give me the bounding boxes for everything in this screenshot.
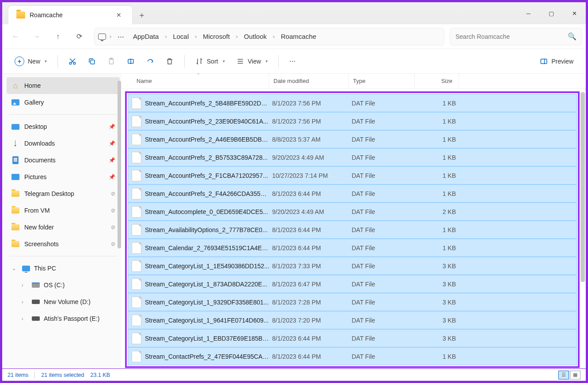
sidebar-item-drive[interactable]: ›Atish's Passport (E:)	[7, 310, 120, 327]
file-size: 1 KB	[415, 154, 456, 161]
more-button[interactable]: ⋯	[285, 53, 300, 70]
separator	[57, 55, 58, 68]
column-date[interactable]: Date modified	[269, 74, 349, 88]
file-row[interactable]: Stream_AccountPrefs_2_F1CBA71202957...10…	[128, 166, 577, 184]
breadcrumb[interactable]: AppData	[129, 31, 162, 42]
sidebar-label: From VM	[24, 207, 50, 214]
sidebar-item-pinned[interactable]: New folder⊘	[7, 219, 120, 236]
cut-button[interactable]	[64, 53, 81, 70]
back-button[interactable]: ←	[6, 28, 25, 45]
sidebar-label: OS (C:)	[44, 282, 64, 289]
close-window-button[interactable]: ✕	[563, 2, 586, 24]
sidebar-item-pinned[interactable]: Pictures📌	[7, 169, 120, 185]
delete-button[interactable]	[161, 53, 178, 70]
file-row[interactable]: Stream_CategoryList_1_1E5490386DD152...8…	[128, 257, 577, 275]
drive-icon	[31, 314, 40, 323]
file-row[interactable]: Stream_ContactPrefs_2_47E9F044E95CA0...8…	[128, 347, 577, 365]
chevron-right-icon: ›	[164, 34, 167, 40]
file-size: 1 KB	[415, 100, 456, 107]
doc-icon	[11, 156, 20, 165]
file-row[interactable]: Stream_AccountPrefs_2_B57533C89A728...9/…	[128, 148, 577, 166]
paste-button[interactable]	[103, 53, 120, 70]
file-row[interactable]: Stream_AccountPrefs_2_A46E9B6EB5DB2...8/…	[128, 130, 577, 148]
breadcrumb[interactable]: Outlook	[240, 31, 270, 42]
view-button[interactable]: View ▾	[232, 53, 272, 70]
file-row[interactable]: Stream_AccountPrefs_2_5B48BFE59D2DD...8/…	[128, 94, 577, 112]
forward-button[interactable]: →	[27, 28, 46, 45]
sidebar-item-pinned[interactable]: ⭣Downloads📌	[7, 135, 120, 152]
up-button[interactable]: ↑	[48, 28, 68, 45]
search-input[interactable]	[455, 33, 568, 40]
sidebar-item-drive[interactable]: ›New Volume (D:)	[7, 293, 120, 310]
column-type[interactable]: Type	[349, 74, 415, 88]
thumbnails-view-button[interactable]: ▦	[570, 371, 580, 379]
sidebar-item-home[interactable]: ⌂ Home	[7, 77, 120, 94]
breadcrumb[interactable]: Microsoft	[199, 31, 233, 42]
new-tab-button[interactable]: ＋	[132, 6, 152, 24]
file-date: 8/8/2023 5:37 AM	[269, 136, 349, 143]
address-bar[interactable]: › ⋯ AppData › Local › Microsoft › Outloo…	[94, 28, 444, 45]
status-selected: 21 items selected	[41, 372, 84, 378]
breadcrumb-overflow[interactable]: ⋯	[114, 31, 128, 42]
column-name[interactable]: Name	[132, 74, 269, 88]
sidebar-item-pinned[interactable]: From VM⊘	[7, 202, 120, 219]
sidebar-item-pinned[interactable]: Screenshots⊘	[7, 236, 120, 252]
pin-icon: ⊘	[111, 191, 115, 197]
sidebar-item-pinned[interactable]: Desktop📌	[7, 118, 120, 135]
rename-button[interactable]	[122, 53, 139, 70]
file-row[interactable]: Stream_Autocomplete_0_0ED659E4DCE5...9/2…	[128, 203, 577, 221]
sidebar-item-pinned[interactable]: Documents📌	[7, 152, 120, 169]
scrollbar-thumb[interactable]	[118, 81, 121, 248]
search-box[interactable]: 🔍	[450, 28, 582, 45]
file-size: 1 KB	[415, 118, 456, 125]
new-button[interactable]: + New ▾	[10, 53, 51, 70]
scrollbar-thumb[interactable]	[580, 92, 585, 282]
copy-button[interactable]	[83, 53, 100, 70]
sort-button[interactable]: Sort ▾	[191, 53, 229, 70]
file-icon	[132, 152, 141, 163]
sidebar-item-drive[interactable]: ›OS (C:)	[7, 277, 120, 293]
file-row[interactable]: Stream_AvailabilityOptions_2_777B78CE0..…	[128, 221, 577, 239]
minimize-button[interactable]: ─	[517, 2, 540, 24]
sidebar-item-gallery[interactable]: Gallery	[7, 94, 120, 111]
file-date: 10/27/2023 7:14 PM	[269, 172, 349, 179]
breadcrumb[interactable]: Local	[169, 31, 192, 42]
breadcrumb[interactable]: Roamcache	[277, 31, 320, 42]
file-type: DAT File	[349, 172, 415, 179]
file-icon	[132, 297, 141, 308]
file-name: Stream_CategoryList_1_9641FE0714D609...	[145, 317, 269, 324]
sidebar-scrollbar[interactable]	[117, 77, 121, 342]
sidebar-item-thispc[interactable]: ⌄ This PC	[7, 260, 120, 277]
window-controls: ─ ▢ ✕	[517, 2, 586, 24]
chevron-right-icon: ›	[22, 282, 28, 288]
file-row[interactable]: Stream_CategoryList_1_873AD8DA2220E...8/…	[128, 275, 577, 293]
file-row[interactable]: Stream_CategoryList_1_EBD37E69E185B6...8…	[128, 329, 577, 347]
pin-icon: ⊘	[111, 241, 115, 247]
file-type: DAT File	[349, 154, 415, 161]
file-type: DAT File	[349, 263, 415, 270]
maximize-button[interactable]: ▢	[540, 2, 563, 24]
chevron-down-icon: ⌄	[12, 266, 18, 271]
file-icon	[132, 242, 141, 254]
details-view-button[interactable]: ☰	[558, 371, 569, 379]
file-name: Stream_AccountPrefs_2_23E90E940C61A...	[145, 118, 269, 125]
preview-button[interactable]: Preview	[535, 53, 578, 70]
file-row[interactable]: Stream_CategoryList_1_9641FE0714D609...8…	[128, 311, 577, 329]
pin-icon: 📌	[109, 157, 115, 163]
close-tab-icon[interactable]: ✕	[114, 9, 124, 21]
pin-icon: 📌	[109, 174, 115, 180]
status-bar: 21 items 21 items selected 23.1 KB ☰ ▦	[2, 368, 586, 381]
file-row[interactable]: Stream_Calendar_2_76934E51519C1A4EA...8/…	[128, 239, 577, 257]
file-row[interactable]: Stream_AccountPrefs_2_F4A266CDA355E...8/…	[128, 184, 577, 203]
file-row[interactable]: Stream_AccountPrefs_2_23E90E940C61A...8/…	[128, 112, 577, 130]
file-row[interactable]: Stream_CategoryList_1_9329DF3358E801...8…	[128, 293, 577, 311]
sidebar-label: Gallery	[24, 99, 44, 106]
tab-roamcache[interactable]: Roamcache ✕	[8, 6, 132, 24]
pc-icon	[22, 264, 30, 273]
column-size[interactable]: Size	[415, 74, 459, 88]
share-button[interactable]	[142, 53, 159, 70]
content-scrollbar[interactable]	[580, 89, 586, 368]
file-name: Stream_AccountPrefs_2_5B48BFE59D2DD...	[145, 100, 269, 107]
refresh-button[interactable]: ⟳	[69, 28, 89, 45]
sidebar-item-pinned[interactable]: Telegram Desktop⊘	[7, 185, 120, 202]
